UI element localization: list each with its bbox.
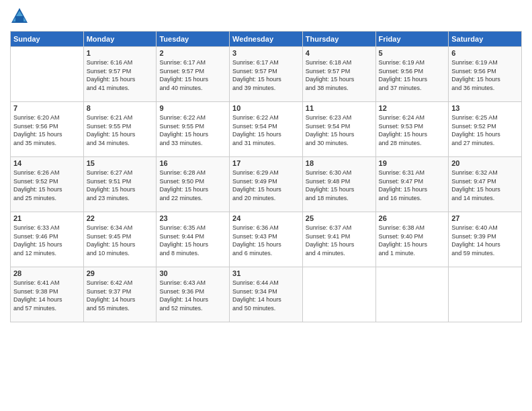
day-number: 3: [232, 49, 300, 57]
calendar-week-row: 1Sunrise: 6:16 AM Sunset: 9:57 PM Daylig…: [11, 47, 522, 102]
day-number: 30: [159, 269, 226, 277]
calendar-cell: 30Sunrise: 6:43 AM Sunset: 9:36 PM Dayli…: [157, 267, 230, 322]
cell-info: Sunrise: 6:34 AM Sunset: 9:45 PM Dayligh…: [87, 224, 154, 257]
calendar-cell: 22Sunrise: 6:34 AM Sunset: 9:45 PM Dayli…: [83, 212, 157, 267]
calendar-cell: [302, 267, 375, 322]
cell-info: Sunrise: 6:30 AM Sunset: 9:48 PM Dayligh…: [306, 169, 373, 202]
calendar-cell: 17Sunrise: 6:29 AM Sunset: 9:49 PM Dayli…: [230, 157, 303, 212]
cell-info: Sunrise: 6:20 AM Sunset: 9:56 PM Dayligh…: [13, 113, 81, 147]
cell-info: Sunrise: 6:19 AM Sunset: 9:56 PM Dayligh…: [379, 58, 446, 92]
cell-info: Sunrise: 6:23 AM Sunset: 9:54 PM Dayligh…: [306, 113, 373, 147]
day-number: 17: [232, 159, 300, 167]
calendar-cell: 19Sunrise: 6:31 AM Sunset: 9:47 PM Dayli…: [375, 157, 449, 212]
calendar-cell: [11, 47, 84, 102]
day-number: 18: [306, 159, 373, 167]
calendar-cell: 3Sunrise: 6:17 AM Sunset: 9:57 PM Daylig…: [230, 47, 303, 102]
day-number: 6: [451, 49, 519, 57]
cell-info: Sunrise: 6:40 AM Sunset: 9:39 PM Dayligh…: [451, 224, 519, 257]
cell-info: Sunrise: 6:37 AM Sunset: 9:41 PM Dayligh…: [306, 224, 373, 257]
calendar-cell: 8Sunrise: 6:21 AM Sunset: 9:55 PM Daylig…: [83, 102, 157, 157]
cell-info: Sunrise: 6:38 AM Sunset: 9:40 PM Dayligh…: [379, 224, 446, 257]
cell-info: Sunrise: 6:16 AM Sunset: 9:57 PM Dayligh…: [87, 58, 154, 92]
cell-info: Sunrise: 6:18 AM Sunset: 9:57 PM Dayligh…: [306, 58, 373, 92]
day-number: 10: [232, 104, 300, 112]
cell-info: Sunrise: 6:24 AM Sunset: 9:53 PM Dayligh…: [379, 113, 446, 147]
day-number: 23: [159, 214, 226, 222]
cell-info: Sunrise: 6:36 AM Sunset: 9:43 PM Dayligh…: [232, 224, 300, 257]
cell-info: Sunrise: 6:26 AM Sunset: 9:52 PM Dayligh…: [13, 169, 81, 202]
calendar-cell: 26Sunrise: 6:38 AM Sunset: 9:40 PM Dayli…: [375, 212, 449, 267]
cell-info: Sunrise: 6:22 AM Sunset: 9:54 PM Dayligh…: [232, 113, 300, 147]
day-number: 11: [306, 104, 373, 112]
day-number: 9: [159, 104, 226, 112]
calendar-cell: 20Sunrise: 6:32 AM Sunset: 9:47 PM Dayli…: [449, 157, 522, 212]
calendar-cell: 18Sunrise: 6:30 AM Sunset: 9:48 PM Dayli…: [302, 157, 375, 212]
cell-info: Sunrise: 6:27 AM Sunset: 9:51 PM Dayligh…: [87, 169, 154, 202]
calendar-cell: 23Sunrise: 6:35 AM Sunset: 9:44 PM Dayli…: [157, 212, 230, 267]
cell-info: Sunrise: 6:25 AM Sunset: 9:52 PM Dayligh…: [451, 113, 519, 147]
calendar-cell: 15Sunrise: 6:27 AM Sunset: 9:51 PM Dayli…: [83, 157, 157, 212]
day-number: 22: [87, 214, 154, 222]
cell-info: Sunrise: 6:44 AM Sunset: 9:34 PM Dayligh…: [232, 279, 300, 312]
day-number: 13: [451, 104, 519, 112]
day-number: 7: [13, 104, 81, 112]
calendar-cell: 31Sunrise: 6:44 AM Sunset: 9:34 PM Dayli…: [230, 267, 303, 322]
cell-info: Sunrise: 6:19 AM Sunset: 9:56 PM Dayligh…: [451, 58, 519, 92]
day-number: 2: [159, 49, 226, 57]
day-number: 4: [306, 49, 373, 57]
day-number: 20: [451, 159, 519, 167]
logo: [10, 7, 32, 26]
svg-rect-2: [15, 16, 24, 21]
cell-info: Sunrise: 6:29 AM Sunset: 9:49 PM Dayligh…: [232, 169, 300, 202]
day-number: 5: [379, 49, 446, 57]
calendar-cell: 1Sunrise: 6:16 AM Sunset: 9:57 PM Daylig…: [83, 47, 157, 102]
logo-icon: [10, 7, 29, 26]
day-number: 8: [87, 104, 154, 112]
day-number: 25: [306, 214, 373, 222]
calendar-cell: 13Sunrise: 6:25 AM Sunset: 9:52 PM Dayli…: [449, 102, 522, 157]
calendar-cell: 27Sunrise: 6:40 AM Sunset: 9:39 PM Dayli…: [449, 212, 522, 267]
day-number: 19: [379, 159, 446, 167]
calendar-cell: [375, 267, 449, 322]
day-number: 1: [87, 49, 154, 57]
day-number: 14: [13, 159, 81, 167]
calendar-day-header: Thursday: [302, 32, 375, 47]
cell-info: Sunrise: 6:35 AM Sunset: 9:44 PM Dayligh…: [159, 224, 226, 257]
cell-info: Sunrise: 6:32 AM Sunset: 9:47 PM Dayligh…: [451, 169, 519, 202]
calendar-header-row: SundayMondayTuesdayWednesdayThursdayFrid…: [11, 32, 522, 47]
calendar-week-row: 7Sunrise: 6:20 AM Sunset: 9:56 PM Daylig…: [11, 102, 522, 157]
calendar-cell: 4Sunrise: 6:18 AM Sunset: 9:57 PM Daylig…: [302, 47, 375, 102]
day-number: 12: [379, 104, 446, 112]
calendar-cell: 7Sunrise: 6:20 AM Sunset: 9:56 PM Daylig…: [11, 102, 84, 157]
cell-info: Sunrise: 6:43 AM Sunset: 9:36 PM Dayligh…: [159, 279, 226, 312]
day-number: 29: [87, 269, 154, 277]
day-number: 15: [87, 159, 154, 167]
calendar-cell: 14Sunrise: 6:26 AM Sunset: 9:52 PM Dayli…: [11, 157, 84, 212]
cell-info: Sunrise: 6:21 AM Sunset: 9:55 PM Dayligh…: [87, 113, 154, 147]
calendar-cell: 9Sunrise: 6:22 AM Sunset: 9:55 PM Daylig…: [157, 102, 230, 157]
calendar-day-header: Monday: [83, 32, 157, 47]
cell-info: Sunrise: 6:33 AM Sunset: 9:46 PM Dayligh…: [13, 224, 81, 257]
calendar-cell: 5Sunrise: 6:19 AM Sunset: 9:56 PM Daylig…: [375, 47, 449, 102]
day-number: 31: [232, 269, 300, 277]
calendar-cell: [449, 267, 522, 322]
day-number: 27: [451, 214, 519, 222]
calendar-week-row: 21Sunrise: 6:33 AM Sunset: 9:46 PM Dayli…: [11, 212, 522, 267]
calendar-cell: 25Sunrise: 6:37 AM Sunset: 9:41 PM Dayli…: [302, 212, 375, 267]
calendar-cell: 10Sunrise: 6:22 AM Sunset: 9:54 PM Dayli…: [230, 102, 303, 157]
calendar-cell: 11Sunrise: 6:23 AM Sunset: 9:54 PM Dayli…: [302, 102, 375, 157]
day-number: 16: [159, 159, 226, 167]
calendar-day-header: Wednesday: [230, 32, 303, 47]
calendar-cell: 29Sunrise: 6:42 AM Sunset: 9:37 PM Dayli…: [83, 267, 157, 322]
cell-info: Sunrise: 6:31 AM Sunset: 9:47 PM Dayligh…: [379, 169, 446, 202]
cell-info: Sunrise: 6:28 AM Sunset: 9:50 PM Dayligh…: [159, 169, 226, 202]
calendar-week-row: 14Sunrise: 6:26 AM Sunset: 9:52 PM Dayli…: [11, 157, 522, 212]
cell-info: Sunrise: 6:22 AM Sunset: 9:55 PM Dayligh…: [159, 113, 226, 147]
cell-info: Sunrise: 6:41 AM Sunset: 9:38 PM Dayligh…: [13, 279, 81, 312]
calendar-cell: 6Sunrise: 6:19 AM Sunset: 9:56 PM Daylig…: [449, 47, 522, 102]
calendar-cell: 2Sunrise: 6:17 AM Sunset: 9:57 PM Daylig…: [157, 47, 230, 102]
day-number: 26: [379, 214, 446, 222]
cell-info: Sunrise: 6:17 AM Sunset: 9:57 PM Dayligh…: [159, 58, 226, 92]
cell-info: Sunrise: 6:42 AM Sunset: 9:37 PM Dayligh…: [87, 279, 154, 312]
calendar-cell: 16Sunrise: 6:28 AM Sunset: 9:50 PM Dayli…: [157, 157, 230, 212]
